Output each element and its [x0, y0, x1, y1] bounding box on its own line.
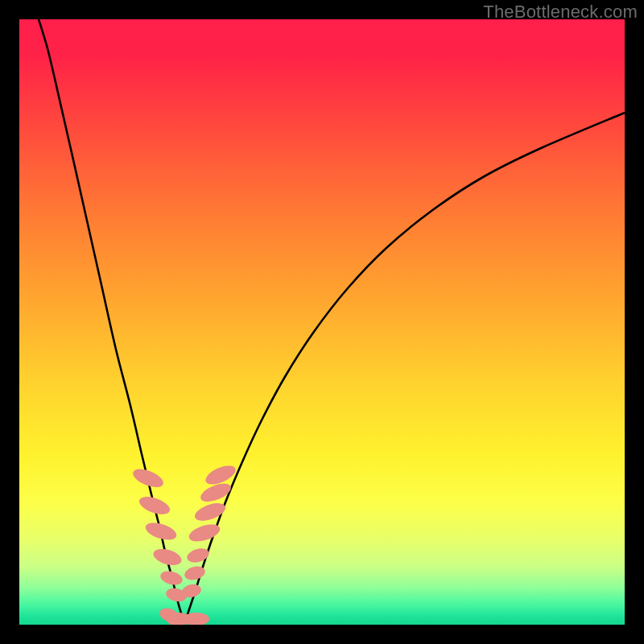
- curve-marker: [143, 519, 179, 543]
- chart-frame: [19, 19, 625, 625]
- chart-overlay: [19, 19, 625, 625]
- curve-marker: [185, 546, 210, 564]
- curve-marker: [192, 500, 228, 525]
- curve-marker: [130, 465, 166, 491]
- curve-markers-group: [130, 462, 238, 625]
- bottleneck-curve-right: [184, 113, 625, 625]
- curve-marker: [137, 493, 172, 518]
- curve-marker: [159, 569, 184, 587]
- watermark-text: TheBottleneck.com: [483, 2, 638, 23]
